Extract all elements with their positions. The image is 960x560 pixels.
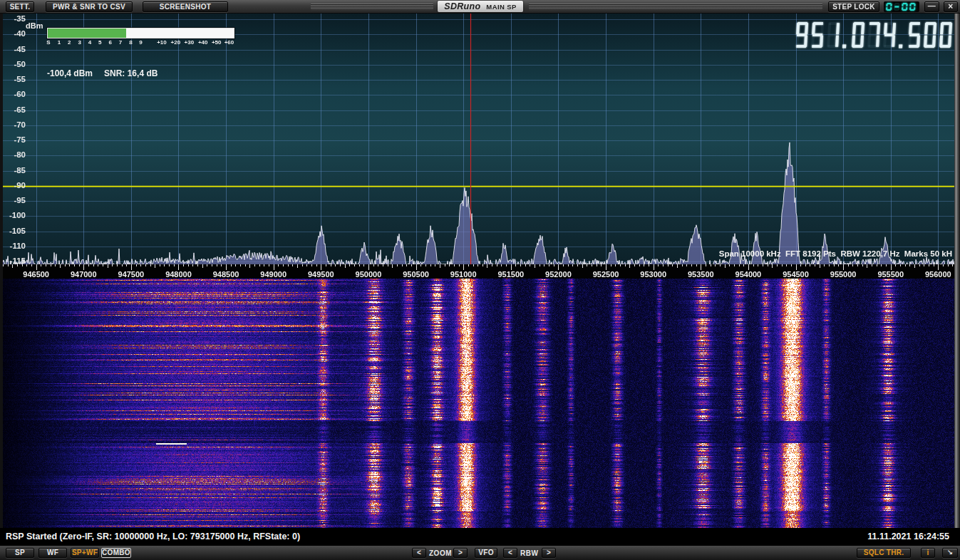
dbm-tick-label: -65 xyxy=(1,105,26,114)
dbm-tick-label: -80 xyxy=(1,150,26,159)
titlebar-grip-right xyxy=(529,4,822,10)
smeter-scale-label: 6 xyxy=(108,39,111,46)
dbm-tick-label: -105 xyxy=(1,227,26,235)
smeter-scale-label: +50 xyxy=(212,39,222,46)
step-lock-button[interactable]: STEP LOCK xyxy=(828,1,879,12)
waterfall-canvas[interactable] xyxy=(3,279,954,528)
pwr-snr-to-csv-button[interactable]: PWR & SNR TO CSV xyxy=(46,1,133,12)
smeter-scale-label: 9 xyxy=(139,39,142,46)
s-meter-level-fill xyxy=(48,28,126,38)
window-title-label: MAIN SP xyxy=(486,3,516,11)
status-datetime: 11.11.2021 16:24:55 xyxy=(867,532,949,541)
status-message: RSP Started (Zero-IF, SR: 10000000 Hz, L… xyxy=(6,532,300,541)
info-button[interactable]: i xyxy=(921,548,935,558)
dbm-tick-label: -35 xyxy=(1,14,26,23)
smeter-scale-label: +20 xyxy=(171,39,181,46)
zoom-label: ZOOM xyxy=(429,549,452,557)
screenshot-button[interactable]: SCREENSHOT xyxy=(143,1,228,12)
frequency-ruler-canvas[interactable] xyxy=(3,264,954,279)
signal-readout: -100,4 dBmSNR: 16,4 dB xyxy=(47,68,169,78)
dbm-tick-label: -90 xyxy=(1,181,26,190)
rbw-label: RBW xyxy=(520,549,538,557)
status-bar: RSP Started (Zero-IF, SR: 10000000 Hz, L… xyxy=(0,528,960,546)
dbm-tick-label: -110 xyxy=(1,242,26,250)
smeter-scale-label: 2 xyxy=(68,39,71,46)
s-meter-bar[interactable] xyxy=(48,28,234,38)
dbm-tick-label: -60 xyxy=(1,90,26,98)
window-frame-right[interactable] xyxy=(954,14,960,546)
dbm-tick-label: -85 xyxy=(1,166,26,175)
settings-button[interactable]: SETT. xyxy=(6,1,34,12)
bottom-toolbar: SP WF SP+WF COMBO < ZOOM > VFO < RBW > S… xyxy=(0,546,960,560)
smeter-scale-label: 3 xyxy=(78,39,81,46)
wf-view-button[interactable]: WF xyxy=(38,548,67,558)
frequency-display[interactable] xyxy=(793,21,954,51)
smeter-scale-label: +40 xyxy=(198,39,208,46)
dbm-tick-label: -100 xyxy=(1,211,26,219)
window-title: SDRuno MAIN SP xyxy=(438,1,523,12)
rbw-decrease-button[interactable]: < xyxy=(503,548,517,558)
minimize-button[interactable]: — xyxy=(924,1,939,12)
dbm-tick-label: -115 xyxy=(1,256,26,265)
dbm-unit-label: dBm xyxy=(26,21,43,30)
smeter-scale-label: +30 xyxy=(185,39,195,46)
zoom-out-button[interactable]: < xyxy=(412,548,426,558)
sp-wf-view-button[interactable]: SP+WF xyxy=(71,548,99,558)
close-button[interactable]: × xyxy=(944,1,958,12)
dbm-tick-label: -40 xyxy=(1,29,26,38)
spectrum-plot-canvas[interactable] xyxy=(3,14,954,264)
smeter-scale-label: 7 xyxy=(119,39,122,46)
smeter-scale-label: S xyxy=(46,39,50,46)
dbm-tick-label: -55 xyxy=(1,75,26,83)
snr-readout: SNR: 16,4 dB xyxy=(104,68,158,78)
rbw-increase-button[interactable]: > xyxy=(542,548,556,558)
smeter-scale-label: +10 xyxy=(157,39,167,46)
smeter-scale-label: +60 xyxy=(224,39,234,46)
s-meter-scale: S123456789+10+20+30+40+50+60 xyxy=(48,39,234,46)
power-readout: -100,4 dBm xyxy=(47,68,93,78)
vfo-button[interactable]: VFO xyxy=(475,548,497,558)
smeter-scale-label: 8 xyxy=(129,39,132,46)
dbm-tick-label: -45 xyxy=(1,45,26,53)
smeter-scale-label: 5 xyxy=(98,39,101,46)
resize-handle-button[interactable]: ↘ xyxy=(942,548,958,558)
titlebar-grip-left xyxy=(311,4,433,10)
dbm-tick-label: -95 xyxy=(1,196,26,204)
zoom-in-button[interactable]: > xyxy=(453,548,468,558)
span-info-label: Span 10000 kHz FFT 8192 Pts RBW 1220,7 H… xyxy=(719,249,952,258)
dbm-tick-label: -50 xyxy=(1,60,26,68)
smeter-scale-label: 1 xyxy=(58,39,61,46)
dbm-tick-label: -70 xyxy=(1,120,26,129)
dbm-tick-label: -75 xyxy=(1,135,26,144)
titlebar[interactable]: SETT. PWR & SNR TO CSV SCREENSHOT SDRuno… xyxy=(0,0,960,14)
sp-view-button[interactable]: SP xyxy=(6,548,34,558)
combo-view-button[interactable]: COMBO xyxy=(101,548,131,558)
window-frame-left xyxy=(0,14,3,546)
smeter-scale-label: 4 xyxy=(88,39,91,46)
sdruno-main-sp-window: SETT. PWR & SNR TO CSV SCREENSHOT SDRuno… xyxy=(0,0,960,560)
squelch-threshold-button[interactable]: SQLC THR. xyxy=(857,548,911,558)
app-logo: SDRuno xyxy=(444,1,480,11)
step-size-display xyxy=(884,1,919,12)
